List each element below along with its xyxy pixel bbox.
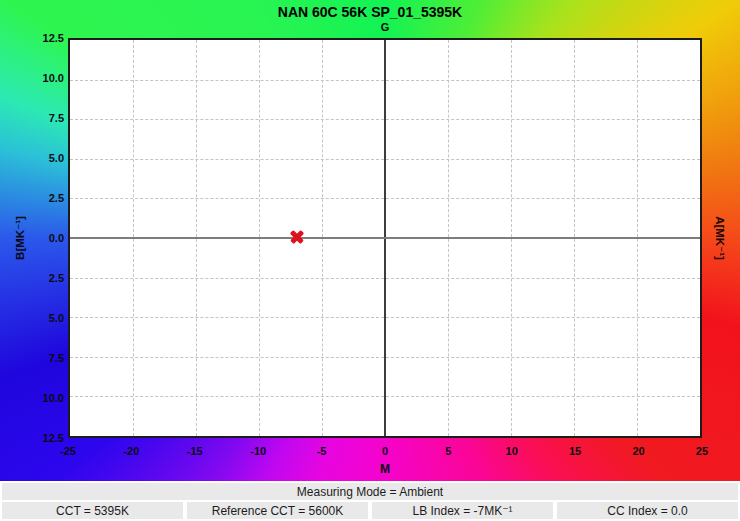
page-title: NAN 60C 56K SP_01_5395K [0, 4, 740, 20]
chart-plot-area [68, 38, 702, 438]
status-stats-bar: CCT = 5395KReference CCT = 5600KLB Index… [2, 502, 738, 519]
measuring-mode-text: Measuring Mode = Ambient [297, 485, 443, 499]
x-tick-label: -25 [52, 445, 84, 458]
x-tick-label: -20 [115, 445, 147, 458]
status-stat-cell: Reference CCT = 5600K [187, 502, 368, 519]
x-tick-label: -10 [242, 445, 274, 458]
right-axis: A[MK⁻¹] [700, 38, 740, 438]
data-marker [289, 229, 304, 244]
x-tick-label: -5 [306, 445, 338, 458]
x-tick-label: 20 [623, 445, 655, 458]
x-axis-ticks: -25-20-15-10-50510152025 [52, 445, 718, 458]
axis-label-amber: A[MK⁻¹] [713, 216, 727, 260]
status-stat-cell: CCT = 5395K [2, 502, 183, 519]
measuring-mode-bar: Measuring Mode = Ambient [2, 483, 738, 500]
status-stat-cell: LB Index = -7MK⁻¹ [372, 502, 553, 519]
axis-label-blue: B[MK⁻¹] [13, 216, 27, 260]
status-stat-cell: CC Index = 0.0 [557, 502, 738, 519]
zero-axis-horizontal [70, 237, 700, 239]
axis-label-magenta: M [68, 462, 702, 476]
x-tick-label: 15 [559, 445, 591, 458]
left-axis: B[MK⁻¹] [0, 38, 40, 438]
x-tick-label: 10 [496, 445, 528, 458]
x-tick-label: 25 [686, 445, 718, 458]
x-tick-label: 5 [432, 445, 464, 458]
color-meter-screen: NAN 60C 56K SP_01_5395K G 12.510.07.55.0… [0, 0, 740, 521]
x-tick-label: 0 [369, 445, 401, 458]
x-tick-label: -15 [179, 445, 211, 458]
axis-label-green: G [68, 21, 702, 33]
